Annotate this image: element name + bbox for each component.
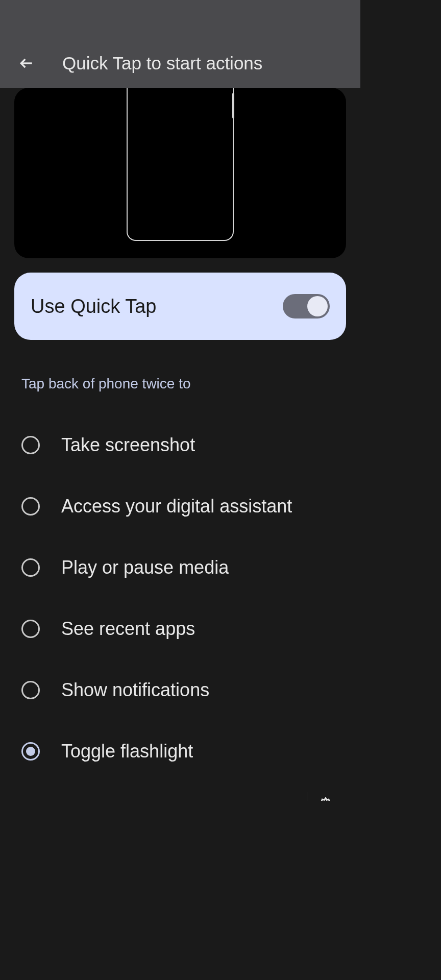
radio-open-app[interactable]: Open app No app selected xyxy=(14,782,346,801)
phone-side-button-graphic xyxy=(232,93,234,118)
radio-label: Take screenshot xyxy=(61,434,195,456)
radio-button xyxy=(21,620,40,638)
toggle-thumb xyxy=(307,296,328,316)
app-header: Quick Tap to start actions xyxy=(0,0,360,88)
radio-button xyxy=(21,558,40,577)
back-button[interactable] xyxy=(16,53,37,74)
page-title: Quick Tap to start actions xyxy=(62,53,262,74)
radio-label: Show notifications xyxy=(61,679,209,701)
radio-label: Access your digital assistant xyxy=(61,496,292,517)
radio-play-pause-media[interactable]: Play or pause media xyxy=(14,537,346,598)
radio-digital-assistant[interactable]: Access your digital assistant xyxy=(14,476,346,537)
radio-take-screenshot[interactable]: Take screenshot xyxy=(14,414,346,476)
action-radio-list: Take screenshot Access your digital assi… xyxy=(14,414,346,801)
use-quick-tap-toggle-card[interactable]: Use Quick Tap xyxy=(14,273,346,340)
radio-label: Play or pause media xyxy=(61,557,229,578)
radio-button xyxy=(21,681,40,699)
radio-button xyxy=(21,497,40,516)
settings-button[interactable] xyxy=(317,797,334,801)
gear-icon xyxy=(317,797,334,801)
divider xyxy=(307,792,307,801)
radio-show-notifications[interactable]: Show notifications xyxy=(14,659,346,721)
content-area: Use Quick Tap Tap back of phone twice to… xyxy=(0,88,360,801)
radio-button xyxy=(21,436,40,454)
radio-label: See recent apps xyxy=(61,618,195,640)
arrow-back-icon xyxy=(18,55,35,71)
radio-recent-apps[interactable]: See recent apps xyxy=(14,598,346,659)
phone-illustration xyxy=(127,88,234,241)
radio-button-selected xyxy=(21,742,40,761)
radio-label: Toggle flashlight xyxy=(61,741,193,762)
toggle-label: Use Quick Tap xyxy=(31,296,156,317)
section-label: Tap back of phone twice to xyxy=(14,376,346,392)
radio-toggle-flashlight[interactable]: Toggle flashlight xyxy=(14,721,346,782)
illustration-box xyxy=(14,88,346,258)
toggle-switch[interactable] xyxy=(283,294,330,318)
